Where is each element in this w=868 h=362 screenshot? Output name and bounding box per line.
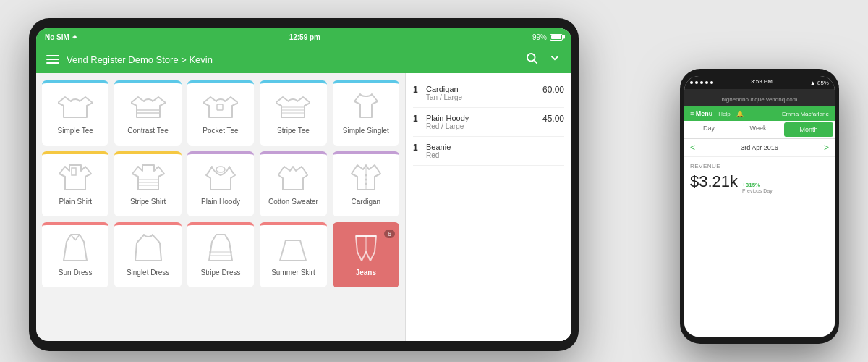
chevron-down-icon[interactable] <box>548 51 561 67</box>
scene: No SIM ✦ 12:59 pm 99% Vend Register Demo… <box>14 11 854 351</box>
product-stripe-dress[interactable]: Stripe Dress <box>187 222 254 287</box>
date-prev-button[interactable]: < <box>690 143 695 153</box>
cart-item-hoody[interactable]: 1 Plain Hoody Red / Large 45.00 <box>413 108 564 137</box>
product-contrast-tee[interactable]: Contrast Tee <box>114 80 181 146</box>
menu-button[interactable] <box>46 55 59 64</box>
tab-week[interactable]: Week <box>733 121 783 138</box>
svg-point-0 <box>527 54 535 62</box>
tablet-status-bar: No SIM ✦ 12:59 pm 99% <box>36 28 571 46</box>
battery-percent: 99% <box>532 33 547 41</box>
cart-item-info-3: Beanie Red <box>426 143 451 159</box>
phone: 3:53 PM ▲ 85% highendboutique.vendhq.com… <box>680 69 839 344</box>
product-jeans[interactable]: 6 Jeans <box>333 222 399 287</box>
phone-date-nav: < 3rd Apr 2016 > <box>684 139 835 157</box>
svg-line-18 <box>75 235 80 240</box>
app-title: Vend Register Demo Store > Kevin <box>67 54 518 65</box>
cart-item-variant-3: Red <box>426 151 451 159</box>
simple-singlet-icon <box>348 88 384 124</box>
revenue-label: REVENUE <box>690 163 829 169</box>
product-row-1: Simple Tee Contrast Tee Po <box>42 80 399 146</box>
stripe-dress-icon <box>203 230 239 266</box>
svg-point-16 <box>365 183 367 185</box>
tab-day[interactable]: Day <box>684 121 733 138</box>
phone-help-link[interactable]: Help <box>718 111 730 117</box>
product-summer-skirt[interactable]: Summer Skirt <box>260 222 326 287</box>
product-singlet-dress[interactable]: Singlet Dress <box>114 222 181 287</box>
singlet-dress-label: Singlet Dress <box>127 269 169 277</box>
cart-item-variant: Tan / Large <box>426 93 462 101</box>
svg-point-12 <box>216 167 225 172</box>
product-stripe-tee[interactable]: Stripe Tee <box>260 80 326 146</box>
phone-url-bar: highendboutique.vendhq.com <box>684 89 835 106</box>
product-simple-singlet[interactable]: Simple Singlet <box>333 80 399 146</box>
phone-url: highendboutique.vendhq.com <box>722 96 798 103</box>
tablet: No SIM ✦ 12:59 pm 99% Vend Register Demo… <box>29 18 579 351</box>
product-stripe-shirt[interactable]: Stripe Shirt <box>114 151 181 216</box>
simple-tee-icon <box>57 88 93 124</box>
stripe-tee-label: Stripe Tee <box>277 127 310 135</box>
product-sun-dress[interactable]: Sun Dress <box>42 222 109 287</box>
summer-skirt-icon <box>275 230 311 266</box>
plain-hoody-icon <box>203 159 239 195</box>
cardigan-label: Cardigan <box>352 198 381 206</box>
phone-user-name: Emma Macfarlane <box>782 111 829 117</box>
phone-date: 3rd Apr 2016 <box>741 144 778 151</box>
sun-dress-label: Sun Dress <box>59 269 93 277</box>
cart-item-price-2: 45.00 <box>542 114 564 124</box>
cart-item-qty: 1 <box>413 85 422 101</box>
revenue-prev: Previous Day <box>742 188 773 193</box>
cart-item-left-3: 1 Beanie Red <box>413 143 451 159</box>
svg-rect-8 <box>72 168 76 175</box>
cart-item-qty-2: 1 <box>413 114 422 130</box>
pocket-tee-label: Pocket Tee <box>203 127 238 135</box>
jeans-badge: 6 <box>384 230 395 238</box>
status-no-sim: No SIM ✦ <box>45 33 77 41</box>
stripe-tee-icon <box>275 88 311 124</box>
cart-item-price: 60.00 <box>542 85 564 95</box>
product-cotton-sweater[interactable]: Cotton Sweater <box>260 151 326 216</box>
product-row-2: Plain Shirt Stripe Shirt P <box>42 151 399 216</box>
pocket-tee-icon <box>203 88 239 124</box>
cart-item-left-2: 1 Plain Hoody Red / Large <box>413 114 469 130</box>
plain-hoody-label: Plain Hoody <box>201 198 240 206</box>
phone-status-bar: 3:53 PM ▲ 85% <box>684 76 835 89</box>
jeans-label: Jeans <box>356 269 376 277</box>
cotton-sweater-icon <box>275 159 311 195</box>
singlet-dress-icon <box>130 230 166 266</box>
cart-item-beanie[interactable]: 1 Beanie Red <box>413 137 564 166</box>
product-plain-shirt[interactable]: Plain Shirt <box>42 151 109 216</box>
plain-shirt-label: Plain Shirt <box>59 198 92 206</box>
phone-bell-icon[interactable]: 🔔 <box>736 111 744 117</box>
stripe-shirt-icon <box>130 159 166 195</box>
svg-line-1 <box>534 60 537 63</box>
product-plain-hoody[interactable]: Plain Hoody <box>187 151 254 216</box>
cart-item-info-2: Plain Hoody Red / Large <box>426 114 469 130</box>
date-next-button[interactable]: > <box>824 143 829 153</box>
battery-icon <box>550 34 563 41</box>
phone-time: 3:53 PM <box>751 78 773 87</box>
product-simple-tee[interactable]: Simple Tee <box>42 80 109 146</box>
header-icons <box>525 51 561 67</box>
phone-revenue-section: REVENUE $3.21k +315% Previous Day <box>684 157 835 337</box>
status-time: 12:59 pm <box>289 33 320 41</box>
cart-item-left: 1 Cardigan Tan / Large <box>413 85 462 101</box>
product-row-3: Sun Dress Singlet Dress St <box>42 222 399 287</box>
svg-line-17 <box>71 235 75 240</box>
contrast-tee-icon <box>130 88 166 124</box>
status-battery: 99% <box>532 33 563 41</box>
simple-singlet-label: Simple Singlet <box>343 127 389 135</box>
plain-shirt-icon <box>57 159 93 195</box>
cart-item-qty-3: 1 <box>413 143 422 159</box>
product-cardigan[interactable]: Cardigan <box>333 151 399 216</box>
cart-item-cardigan[interactable]: 1 Cardigan Tan / Large 60.00 <box>413 79 564 108</box>
tab-month[interactable]: Month <box>784 122 833 137</box>
cotton-sweater-label: Cotton Sweater <box>268 198 318 206</box>
cart-item-name-2: Plain Hoody <box>426 114 469 122</box>
product-pocket-tee[interactable]: Pocket Tee <box>187 80 254 146</box>
stripe-dress-label: Stripe Dress <box>201 269 241 277</box>
search-icon[interactable] <box>525 51 538 67</box>
jeans-icon <box>348 230 384 266</box>
summer-skirt-label: Summer Skirt <box>271 269 315 277</box>
phone-menu-button[interactable]: ≡ Menu <box>690 110 712 117</box>
sun-dress-icon <box>57 230 93 266</box>
